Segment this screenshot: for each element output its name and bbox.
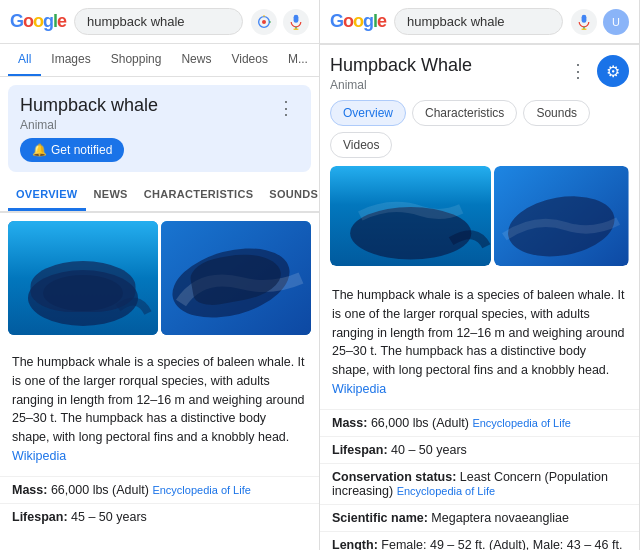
left-whale-image-1[interactable] [8,221,158,335]
left-nav-tabs: All Images Shopping News Videos M... [0,44,319,77]
left-kp-title: Humpback whale [20,95,158,116]
left-section-tab-sounds[interactable]: Sounds [261,180,320,211]
google-logo: Google [10,11,66,32]
svg-rect-12 [582,14,587,22]
left-fact-lifespan: Lifespan: 45 – 50 years [0,503,319,530]
right-fact-lifespan-label: Lifespan: [332,443,388,457]
right-fact-lifespan: Lifespan: 40 – 50 years [320,436,639,463]
right-fact-length-label: Length: [332,538,378,551]
right-kp-title: Humpback Whale [330,55,472,76]
right-search-input-wrap[interactable]: humpback whale [394,8,563,35]
left-knowledge-panel: Humpback whale Animal ⋮ 🔔 Get notified [8,85,311,172]
mic-icon[interactable] [283,9,309,35]
right-mic-icon[interactable] [571,9,597,35]
right-fact-conservation-label: Conservation status: [332,470,456,484]
right-fact-length: Length: Female: 49 – 52 ft. (Adult), Mal… [320,531,639,551]
right-whale-image-2[interactable] [494,166,629,266]
left-kp-header: Humpback whale Animal ⋮ [20,95,299,132]
right-pill-characteristics[interactable]: Characteristics [412,100,517,126]
left-kp-subtitle: Animal [20,118,158,132]
right-pill-overview[interactable]: Overview [330,100,406,126]
right-fact-mass-value: 66,000 lbs (Adult) [371,416,469,430]
left-kp-actions: 🔔 Get notified [20,138,299,162]
right-fact-scientific-label: Scientific name: [332,511,428,525]
left-images-row [0,213,319,343]
left-section-tabs: Overview News Characteristics Sounds [0,180,319,213]
left-whale-img-bg-1 [8,221,158,335]
left-tab-all[interactable]: All [8,44,41,76]
bell-icon: 🔔 [32,143,47,157]
right-kp-more-icon[interactable]: ⋮ [565,58,591,84]
left-search-icons [251,9,309,35]
left-notify-button[interactable]: 🔔 Get notified [20,138,124,162]
right-fact-lifespan-value: 40 – 50 years [391,443,467,457]
left-fact-mass-value: 66,000 lbs (Adult) [51,483,149,497]
right-search-bar: Google humpback whale U [320,0,639,44]
right-fact-mass-label: Mass: [332,416,367,430]
svg-point-8 [28,270,138,326]
right-fact-mass-link[interactable]: Encyclopedia of Life [472,417,570,429]
left-tab-news[interactable]: News [171,44,221,76]
left-wiki-link[interactable]: Wikipedia [12,449,66,463]
left-panel: Google humpback whale [0,0,320,550]
left-desc-text: The humpback whale is a species of balee… [12,355,305,444]
left-fact-mass-link[interactable]: Encyclopedia of Life [152,484,250,496]
left-description: The humpback whale is a species of balee… [0,343,319,476]
right-whale-image-1[interactable] [330,166,491,266]
right-fact-conservation-link[interactable]: Encyclopedia of Life [397,485,495,497]
right-fact-mass: Mass: 66,000 lbs (Adult) Encyclopedia of… [320,409,639,436]
right-kp-header: Humpback Whale Animal ⋮ ⚙ [320,45,639,92]
right-search-text: humpback whale [407,14,550,29]
left-kp-more-icon[interactable]: ⋮ [273,95,299,121]
left-fact-lifespan-label: Lifespan: [12,510,68,524]
left-section-tab-news[interactable]: News [86,180,136,211]
right-panel: Google humpback whale U All Images Video… [320,0,640,550]
right-kp-title-wrap: Humpback Whale Animal [330,55,472,92]
svg-rect-4 [294,14,299,22]
left-whale-img-bg-2 [161,221,311,335]
right-kp-actions: ⋮ ⚙ [565,55,629,87]
right-user-avatar[interactable]: U [603,9,629,35]
right-images-row [320,166,639,276]
left-tab-more[interactable]: M... [278,44,318,76]
left-tab-videos[interactable]: Videos [221,44,277,76]
left-search-bar: Google humpback whale [0,0,319,44]
right-pill-videos[interactable]: Videos [330,132,392,158]
left-kp-title-wrap: Humpback whale Animal [20,95,158,132]
right-gear-icon[interactable]: ⚙ [597,55,629,87]
left-whale-image-2[interactable] [161,221,311,335]
left-notify-label: Get notified [51,143,112,157]
left-fact-mass: Mass: 66,000 lbs (Adult) Encyclopedia of… [0,476,319,503]
right-kp-subtitle: Animal [330,78,472,92]
right-search-icons: U [571,9,629,35]
right-fact-scientific: Scientific name: Megaptera novaeangliae [320,504,639,531]
left-tab-shopping[interactable]: Shopping [101,44,172,76]
right-pill-sounds[interactable]: Sounds [523,100,590,126]
left-search-text: humpback whale [87,14,230,29]
left-tab-images[interactable]: Images [41,44,100,76]
left-section-tab-overview[interactable]: Overview [8,180,86,211]
left-fact-lifespan-value: 45 – 50 years [71,510,147,524]
left-search-input-wrap[interactable]: humpback whale [74,8,243,35]
left-fact-mass-label: Mass: [12,483,47,497]
lens-icon[interactable] [251,9,277,35]
right-desc-text: The humpback whale is a species of balee… [332,288,625,377]
right-description: The humpback whale is a species of balee… [320,276,639,409]
right-fact-scientific-value: Megaptera novaeangliae [431,511,569,525]
svg-point-1 [262,20,266,24]
right-google-logo: Google [330,11,386,32]
svg-point-9 [43,275,123,311]
right-pill-tabs: Overview Characteristics Sounds Videos [320,92,639,166]
right-wiki-link[interactable]: Wikipedia [332,382,386,396]
left-section-tab-characteristics[interactable]: Characteristics [136,180,262,211]
right-fact-conservation: Conservation status: Least Concern (Popu… [320,463,639,504]
